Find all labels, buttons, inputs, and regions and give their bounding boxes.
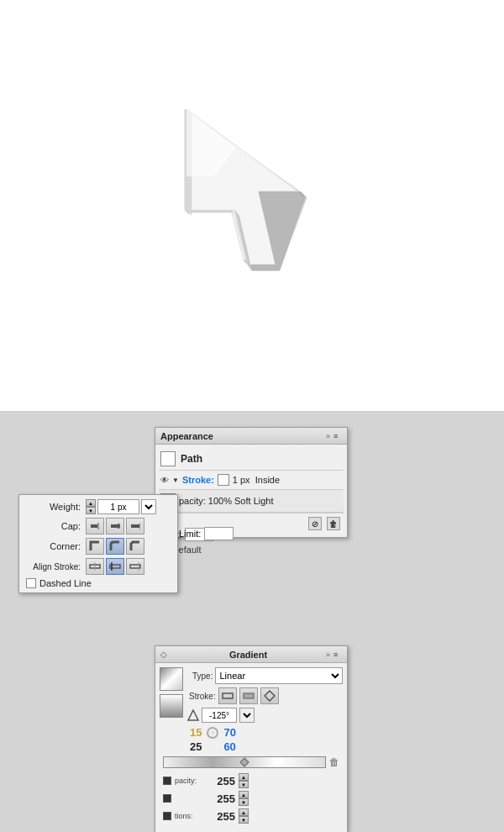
g-up-btn[interactable]: ▲: [239, 791, 249, 798]
eye-icon[interactable]: 👁: [160, 476, 169, 485]
weight-input-group: ▲ ▼ ▼: [86, 499, 156, 514]
dashed-label: Dashed Line: [39, 578, 92, 588]
gradient-bar-diamond[interactable]: [239, 757, 249, 766]
stroke-btn-3[interactable]: [260, 687, 279, 704]
gradient-angle-row: ▼: [187, 708, 343, 723]
delete-icon-btn[interactable]: 🗑: [327, 517, 340, 530]
appearance-title: Appearance: [160, 431, 213, 441]
gradient-type-select[interactable]: Linear Radial: [215, 667, 343, 684]
gradient-numbers-row1: 15 ○ 70: [160, 726, 343, 739]
svg-rect-24: [244, 693, 254, 698]
angle-input[interactable]: [202, 708, 237, 723]
stroke-value: 1 px Inside: [233, 475, 280, 485]
opacity-row-label: pacity:: [175, 777, 207, 785]
stroke-panel-content: Weight: ▲ ▼ ▼ Cap:: [19, 495, 177, 592]
cap-row: Cap:: [26, 518, 171, 534]
canvas-area: [0, 0, 504, 412]
weight-label: Weight:: [26, 502, 81, 512]
gradient-title: Gradient: [229, 650, 267, 660]
gradient-spacer: [207, 742, 218, 751]
opacity-text: pacity: 100% Soft Light: [179, 496, 274, 506]
corner-miter-btn[interactable]: [86, 538, 104, 555]
gradient-type-label: Type:: [192, 671, 213, 681]
grad-num-70: 70: [223, 726, 235, 739]
weight-down-btn[interactable]: ▼: [86, 507, 96, 514]
appearance-titlebar: Appearance » ≡: [155, 428, 347, 445]
grad-num-25: 25: [190, 740, 202, 753]
r-value: 255: [210, 775, 235, 787]
limit-input[interactable]: [204, 527, 234, 540]
gradient-swatch-small[interactable]: [160, 694, 183, 718]
weight-spinner[interactable]: ▲ ▼: [86, 499, 96, 514]
align-inside-btn[interactable]: [106, 558, 124, 575]
angle-icon: [187, 709, 199, 721]
gradient-bar[interactable]: [163, 756, 326, 768]
r-spinner[interactable]: ▲ ▼: [239, 773, 249, 788]
cap-projecting-btn[interactable]: [126, 518, 144, 534]
expand-icon[interactable]: ▼: [172, 477, 179, 484]
b-row-label: tions:: [175, 812, 207, 820]
cap-buttons: [86, 518, 144, 534]
svg-rect-23: [223, 693, 233, 698]
gradient-stroke-label: Stroke:: [189, 692, 216, 701]
stroke-color-swatch[interactable]: [218, 474, 229, 486]
b-up-btn[interactable]: ▲: [239, 808, 249, 816]
gradient-type-col: Type: Linear Radial Stroke:: [187, 667, 343, 723]
b-spinner[interactable]: ▲ ▼: [239, 808, 249, 824]
appearance-content: Path 👁 ▼ Stroke: 1 px Inside pacity: 100…: [155, 445, 347, 537]
cap-round-btn[interactable]: [106, 518, 124, 534]
stroke-btn-2[interactable]: [239, 687, 258, 704]
gradient-titlebar: ◇ Gradient » ≡: [155, 646, 347, 663]
cap-label: Cap:: [26, 521, 81, 531]
weight-up-btn[interactable]: ▲: [86, 499, 96, 507]
appearance-stroke-row: 👁 ▼ Stroke: 1 px Inside: [159, 471, 344, 490]
rgb-b-swatch: [163, 812, 171, 820]
appearance-stroke-label[interactable]: Stroke:: [182, 475, 214, 485]
gradient-expand-icon[interactable]: ◇: [160, 650, 167, 659]
gradient-preview-col: [160, 667, 183, 718]
b-down-btn[interactable]: ▼: [239, 816, 249, 824]
cursor-3d-image: [160, 92, 344, 319]
r-down-btn[interactable]: ▼: [239, 781, 249, 788]
align-center-btn[interactable]: [86, 558, 104, 575]
cap-butt-btn[interactable]: [86, 518, 104, 534]
dashed-checkbox[interactable]: [26, 578, 36, 588]
scroll-icon: »: [326, 432, 330, 440]
no-icon-btn[interactable]: ⊘: [308, 517, 322, 530]
svg-point-14: [117, 524, 120, 529]
svg-rect-11: [91, 524, 97, 528]
align-stroke-row: Align Stroke:: [26, 558, 171, 575]
align-buttons: [86, 558, 144, 575]
gradient-panel-controls: » ≡: [326, 650, 342, 659]
weight-unit-select[interactable]: ▼: [141, 499, 156, 514]
g-down-btn[interactable]: ▼: [239, 798, 249, 806]
g-spinner[interactable]: ▲ ▼: [239, 791, 249, 806]
svg-rect-15: [131, 524, 139, 528]
opacity-row: pacity: 100% Soft Light: [159, 490, 344, 513]
rgb-g-swatch: [163, 794, 171, 803]
r-up-btn[interactable]: ▲: [239, 773, 249, 781]
gradient-stroke-row: Stroke:: [187, 687, 343, 704]
stroke-btn-1[interactable]: [218, 687, 237, 704]
weight-row: Weight: ▲ ▼ ▼: [26, 499, 171, 514]
limit-label: Limit:: [179, 529, 201, 539]
corner-round-btn[interactable]: [106, 538, 124, 555]
gradient-menu-btn[interactable]: ≡: [333, 650, 342, 659]
path-row: Path: [159, 448, 344, 471]
corner-bevel-btn[interactable]: [126, 538, 144, 555]
gradient-rgb-area: pacity: 255 ▲ ▼ 255 ▲ ▼: [160, 771, 343, 828]
svg-marker-25: [188, 710, 198, 720]
gradient-circle-btn[interactable]: ○: [207, 727, 218, 739]
appearance-menu-btn[interactable]: ≡: [333, 432, 342, 440]
svg-rect-12: [97, 523, 99, 529]
rgb-g-row: 255 ▲ ▼: [163, 791, 339, 806]
gradient-preview-swatch[interactable]: [160, 667, 183, 691]
gradient-content: Type: Linear Radial Stroke:: [155, 663, 347, 832]
gradient-bar-area: 🗑: [160, 756, 343, 768]
gradient-panel: ◇ Gradient » ≡ Type: Li: [155, 645, 348, 832]
angle-unit-select[interactable]: ▼: [239, 708, 255, 723]
appearance-panel: Appearance » ≡ Path 👁 ▼ Stroke: 1 px Ins…: [155, 427, 348, 538]
weight-input[interactable]: [97, 499, 139, 514]
align-outside-btn[interactable]: [126, 558, 144, 575]
gradient-delete-icon[interactable]: 🗑: [329, 756, 339, 768]
